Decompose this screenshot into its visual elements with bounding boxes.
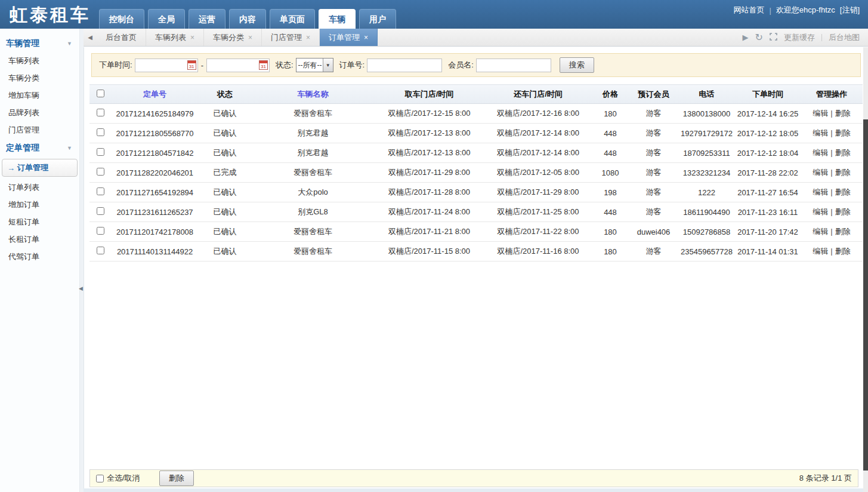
column-header-0[interactable]: 定单号 xyxy=(112,85,198,104)
select-all-control[interactable]: 全选/取消 xyxy=(96,473,140,484)
search-button[interactable]: 搜索 xyxy=(560,57,594,73)
site-home-link[interactable]: 网站首页 xyxy=(733,5,764,16)
sidebar-item-0-1[interactable]: 车辆分类 xyxy=(0,70,79,87)
close-icon[interactable]: × xyxy=(190,33,194,42)
sidebar-item-1-1[interactable]: 订单列表 xyxy=(0,179,79,196)
delete-button[interactable]: 删除 xyxy=(159,471,194,486)
tab-scroll-right-icon[interactable]: ▶ xyxy=(743,33,749,42)
sidebar-item-0-0[interactable]: 车辆列表 xyxy=(0,53,79,70)
logout-link[interactable]: [注销] xyxy=(840,5,860,16)
sidebar-group-1[interactable]: 定单管理▼ xyxy=(0,139,79,157)
refresh-cache-link[interactable]: 更新缓存 xyxy=(784,32,815,43)
scrollbar-thumb[interactable] xyxy=(863,119,868,471)
sidebar-item-1-5[interactable]: 代驾订单 xyxy=(0,248,79,266)
nav-tab-3[interactable]: 内容 xyxy=(229,9,266,29)
close-icon[interactable]: × xyxy=(364,33,368,42)
row-checkbox[interactable] xyxy=(97,247,104,254)
footer-bar: 全选/取消 删除 8 条记录 1/1 页 xyxy=(89,469,858,487)
cell-price: 198 xyxy=(592,183,629,202)
edit-link[interactable]: 编辑 xyxy=(813,168,828,177)
cell-order_time: 2017-12-12 18:04 xyxy=(735,143,801,163)
scrollbar[interactable] xyxy=(863,47,868,492)
delete-link[interactable]: 删除 xyxy=(835,227,851,236)
open-tab-1[interactable]: 车辆列表× xyxy=(146,29,204,46)
column-header-2[interactable]: 车辆名称 xyxy=(252,85,374,104)
delete-link[interactable]: 删除 xyxy=(835,168,851,177)
close-icon[interactable]: × xyxy=(248,33,252,42)
cell-dropoff: 双楠店/2017-11-16 8:00 xyxy=(484,242,592,262)
close-icon[interactable]: × xyxy=(306,33,310,42)
edit-link[interactable]: 编辑 xyxy=(813,128,828,137)
row-checkbox[interactable] xyxy=(97,109,104,116)
open-tab-4[interactable]: 订单管理× xyxy=(320,29,378,46)
row-checkbox[interactable] xyxy=(97,148,104,156)
admin-page: 虹泰租车 控制台全局运营内容单页面车辆用户 网站首页 | 欢迎您ehcp-fht… xyxy=(0,0,868,492)
sidebar-item-label: 增加车辆 xyxy=(8,91,39,100)
cell-order_no: 201711140131144922 xyxy=(112,242,198,262)
sidebar-item-label: 代驾订单 xyxy=(8,252,39,261)
row-actions: 编辑|删除 xyxy=(801,163,863,183)
delete-link[interactable]: 删除 xyxy=(835,187,851,196)
calendar-icon[interactable] xyxy=(259,60,268,70)
delete-link[interactable]: 删除 xyxy=(835,207,851,216)
edit-link[interactable]: 编辑 xyxy=(813,109,828,118)
sidebar-item-1-3[interactable]: 短租订单 xyxy=(0,214,79,231)
sidebar-group-0[interactable]: 车辆管理▼ xyxy=(0,35,79,53)
member-input[interactable] xyxy=(476,59,551,72)
edit-link[interactable]: 编辑 xyxy=(813,148,828,157)
date-range-separator: - xyxy=(201,61,203,70)
fullscreen-icon[interactable] xyxy=(770,33,777,42)
sidebar-item-0-4[interactable]: 门店管理 xyxy=(0,122,79,139)
sidebar-splitter[interactable]: ◀ xyxy=(79,29,84,492)
order-time-to-input[interactable] xyxy=(207,60,259,71)
cell-order_time: 2017-12-14 16:25 xyxy=(735,104,801,124)
sitemap-link[interactable]: 后台地图 xyxy=(829,32,860,43)
delete-link[interactable]: 删除 xyxy=(835,109,851,118)
collapse-sidebar-icon[interactable]: ◀ xyxy=(79,285,83,291)
cell-price: 180 xyxy=(592,242,629,262)
order-time-from-input[interactable] xyxy=(135,60,187,71)
order-no-input[interactable] xyxy=(367,59,442,72)
edit-link[interactable]: 编辑 xyxy=(813,227,828,236)
chevron-down-icon[interactable]: ▼ xyxy=(323,59,333,72)
app-header: 虹泰租车 控制台全局运营内容单页面车辆用户 网站首页 | 欢迎您ehcp-fht… xyxy=(0,0,868,29)
status-select[interactable]: --所有-- ▼ xyxy=(296,58,333,72)
cell-price: 448 xyxy=(592,124,629,143)
sidebar-item-0-2[interactable]: 增加车辆 xyxy=(0,87,79,104)
sidebar-item-1-4[interactable]: 长租订单 xyxy=(0,231,79,248)
cell-vehicle: 爱丽舍租车 xyxy=(252,163,374,183)
edit-link[interactable]: 编辑 xyxy=(813,207,828,216)
row-actions: 编辑|删除 xyxy=(801,183,863,202)
calendar-icon[interactable] xyxy=(187,60,196,70)
sidebar-item-0-3[interactable]: 品牌列表 xyxy=(0,104,79,122)
column-header-5: 价格 xyxy=(592,85,629,104)
open-tab-3[interactable]: 门店管理× xyxy=(262,29,320,46)
sidebar-item-1-0[interactable]: →订单管理 xyxy=(2,159,78,177)
delete-link[interactable]: 删除 xyxy=(835,148,851,157)
row-checkbox[interactable] xyxy=(97,168,104,176)
row-checkbox[interactable] xyxy=(97,207,104,215)
delete-link[interactable]: 删除 xyxy=(835,128,851,137)
nav-tab-4[interactable]: 单页面 xyxy=(270,9,315,29)
cell-member: 游客 xyxy=(629,163,678,183)
row-checkbox[interactable] xyxy=(97,227,104,235)
edit-link[interactable]: 编辑 xyxy=(813,187,828,196)
nav-tab-6[interactable]: 用户 xyxy=(359,9,396,29)
open-tab-2[interactable]: 车辆分类× xyxy=(204,29,262,46)
open-tab-0[interactable]: 后台首页 xyxy=(97,29,146,46)
nav-tab-0[interactable]: 控制台 xyxy=(99,9,144,29)
refresh-icon[interactable]: ↻ xyxy=(755,32,763,43)
nav-tab-1[interactable]: 全局 xyxy=(148,9,185,29)
row-checkbox[interactable] xyxy=(97,128,104,136)
header-checkbox[interactable] xyxy=(97,90,104,97)
sidebar-group-title: 车辆管理 xyxy=(6,38,39,49)
tab-scroll-left-icon[interactable]: ◀ xyxy=(84,29,97,46)
select-all-checkbox[interactable] xyxy=(96,475,104,482)
row-checkbox[interactable] xyxy=(97,187,104,195)
sidebar-item-1-2[interactable]: 增加订单 xyxy=(0,196,79,214)
nav-tab-5[interactable]: 车辆 xyxy=(319,9,356,29)
edit-link[interactable]: 编辑 xyxy=(813,247,828,256)
nav-tab-2[interactable]: 运营 xyxy=(189,9,226,29)
chevron-down-icon: ▼ xyxy=(67,145,72,151)
delete-link[interactable]: 删除 xyxy=(835,247,851,256)
